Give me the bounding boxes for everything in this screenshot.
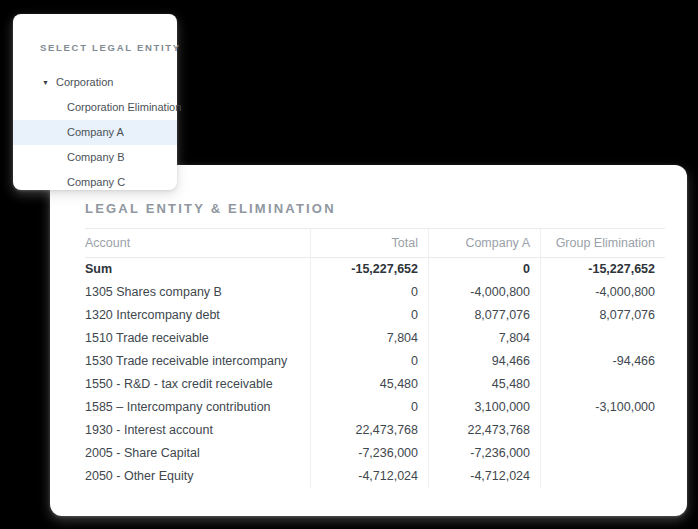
cell-group-elimination — [540, 465, 665, 488]
table-row-1305-shares-company-b: 1305 Shares company B0-4,000,800-4,000,8… — [85, 281, 665, 304]
cell-total: -7,236,000 — [310, 442, 428, 465]
column-header-account: Account — [85, 229, 310, 257]
cell-total: -4,712,024 — [310, 465, 428, 488]
screenshot-root: SELECT LEGAL ENTITY ▼CorporationCorporat… — [0, 0, 698, 529]
tree-item-label: Company A — [67, 120, 124, 145]
column-header-total: Total — [310, 229, 428, 257]
tree-item-corporation[interactable]: ▼Corporation — [13, 70, 177, 95]
column-header-group-elimination: Group Elimination — [540, 229, 665, 257]
cell-total: 45,480 — [310, 373, 428, 396]
table-row-1510-trade-receivable: 1510 Trade receivable7,8047,804 — [85, 327, 665, 350]
tree-item-company-c[interactable]: Company C — [13, 170, 177, 195]
cell-account: 1530 Trade receivable intercompany — [85, 350, 310, 373]
cell-account: 1305 Shares company B — [85, 281, 310, 304]
cell-group-elimination: -3,100,000 — [540, 396, 665, 419]
table-row-1320-intercompany-debt: 1320 Intercompany debt08,077,0768,077,07… — [85, 304, 665, 327]
cell-account: 1550 - R&D - tax credit receivable — [85, 373, 310, 396]
cell-group-elimination: -94,466 — [540, 350, 665, 373]
picker-title: SELECT LEGAL ENTITY — [40, 42, 181, 53]
cell-total: 0 — [310, 350, 428, 373]
cell-total: 7,804 — [310, 327, 428, 350]
cell-company-a: 3,100,000 — [428, 396, 540, 419]
cell-group-elimination: -4,000,800 — [540, 281, 665, 304]
cell-company-a: -4,000,800 — [428, 281, 540, 304]
cell-total: 0 — [310, 396, 428, 419]
table-row-2005-share-capital: 2005 - Share Capital-7,236,000-7,236,000 — [85, 442, 665, 465]
column-header-company-a: Company A — [428, 229, 540, 257]
table-row-1530-trade-receivable-intercompany: 1530 Trade receivable intercompany094,46… — [85, 350, 665, 373]
cell-company-a: 0 — [428, 258, 540, 281]
cell-company-a: 45,480 — [428, 373, 540, 396]
cell-total: -15,227,652 — [310, 258, 428, 281]
chevron-down-icon[interactable]: ▼ — [42, 70, 49, 95]
tree-item-corporation-elimination[interactable]: Corporation Elimination — [13, 95, 177, 120]
table-row-1930-interest-account: 1930 - Interest account22,473,76822,473,… — [85, 419, 665, 442]
entity-tree: ▼CorporationCorporation EliminationCompa… — [13, 70, 177, 195]
tree-item-label: Corporation Elimination — [67, 95, 181, 120]
tree-item-company-a[interactable]: Company A — [13, 120, 177, 145]
cell-company-a: 8,077,076 — [428, 304, 540, 327]
cell-group-elimination — [540, 327, 665, 350]
report-title: LEGAL ENTITY & ELIMINATION — [85, 201, 336, 216]
cell-group-elimination — [540, 373, 665, 396]
tree-item-company-b[interactable]: Company B — [13, 145, 177, 170]
cell-total: 0 — [310, 304, 428, 327]
tree-item-label: Corporation — [56, 70, 113, 95]
legal-entity-picker: SELECT LEGAL ENTITY ▼CorporationCorporat… — [13, 14, 177, 190]
cell-group-elimination — [540, 419, 665, 442]
cell-group-elimination — [540, 442, 665, 465]
cell-company-a: -7,236,000 — [428, 442, 540, 465]
table-row-1585-intercompany-contribution: 1585 – Intercompany contribution03,100,0… — [85, 396, 665, 419]
cell-account: Sum — [85, 258, 310, 281]
cell-total: 22,473,768 — [310, 419, 428, 442]
cell-group-elimination: 8,077,076 — [540, 304, 665, 327]
cell-account: 2050 - Other Equity — [85, 465, 310, 488]
cell-total: 0 — [310, 281, 428, 304]
table-body: Sum-15,227,6520-15,227,6521305 Shares co… — [85, 258, 665, 488]
cell-account: 1930 - Interest account — [85, 419, 310, 442]
tree-item-label: Company B — [67, 145, 124, 170]
table-row-sum: Sum-15,227,6520-15,227,652 — [85, 258, 665, 281]
cell-company-a: 7,804 — [428, 327, 540, 350]
entity-elimination-table: Account Total Company A Group Eliminatio… — [85, 228, 665, 488]
cell-company-a: -4,712,024 — [428, 465, 540, 488]
table-header-row: Account Total Company A Group Eliminatio… — [85, 228, 665, 258]
table-row-2050-other-equity: 2050 - Other Equity-4,712,024-4,712,024 — [85, 465, 665, 488]
tree-item-label: Company C — [67, 170, 125, 195]
cell-company-a: 94,466 — [428, 350, 540, 373]
cell-account: 1510 Trade receivable — [85, 327, 310, 350]
cell-company-a: 22,473,768 — [428, 419, 540, 442]
cell-group-elimination: -15,227,652 — [540, 258, 665, 281]
report-card: LEGAL ENTITY & ELIMINATION Account Total… — [50, 165, 687, 516]
cell-account: 1585 – Intercompany contribution — [85, 396, 310, 419]
table-row-1550-r-d-tax-credit-receivable: 1550 - R&D - tax credit receivable45,480… — [85, 373, 665, 396]
cell-account: 2005 - Share Capital — [85, 442, 310, 465]
cell-account: 1320 Intercompany debt — [85, 304, 310, 327]
